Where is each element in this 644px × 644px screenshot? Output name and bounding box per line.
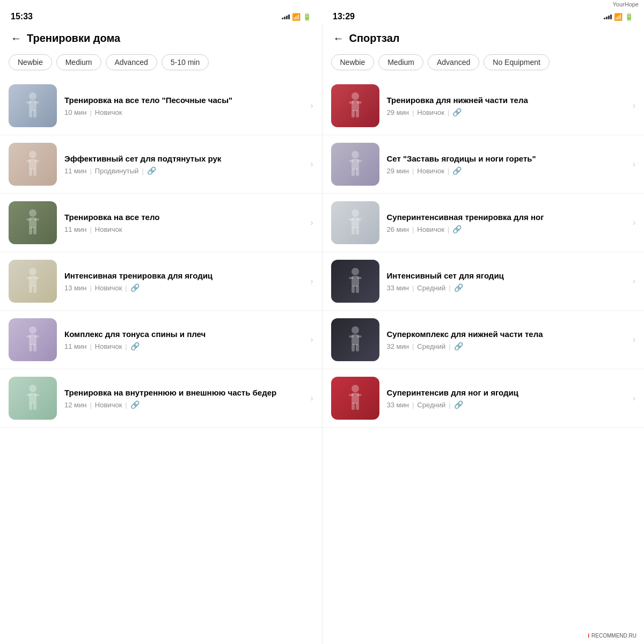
workout-info: Суперинтенсивная тренировка для ног 26 м… bbox=[387, 212, 625, 234]
workout-duration: 29 мин bbox=[387, 167, 409, 175]
chevron-right-icon: › bbox=[310, 276, 313, 286]
right-workout-item-4[interactable]: Интенсивный сет для ягодиц 33 мин | Сред… bbox=[323, 252, 645, 311]
workout-info: Интенсивная тренировка для ягодиц 13 мин… bbox=[64, 270, 303, 292]
workout-meta: 11 мин | Продвинутый | 🔗 bbox=[64, 166, 303, 175]
workout-duration: 13 мин bbox=[64, 284, 86, 292]
left-filter-medium[interactable]: Medium bbox=[56, 54, 101, 70]
left-status-bar: 15:33 📶 🔋 bbox=[0, 8, 322, 24]
right-wifi-icon: 📶 bbox=[614, 13, 623, 21]
svg-rect-23 bbox=[33, 286, 36, 293]
left-workout-item-2[interactable]: Эффективный сет для подтянутых рук 11 ми… bbox=[0, 135, 322, 194]
svg-rect-44 bbox=[349, 160, 354, 162]
meta-separator: | bbox=[412, 342, 414, 350]
meta-separator: | bbox=[449, 284, 450, 292]
right-workout-item-3[interactable]: Суперинтенсивная тренировка для ног 26 м… bbox=[323, 194, 645, 252]
workout-thumbnail bbox=[9, 84, 57, 127]
chevron-right-icon: › bbox=[633, 393, 635, 403]
workout-meta: 32 мин | Средний | 🔗 bbox=[387, 342, 625, 350]
left-workout-item-1[interactable]: Тренировка на все тело "Песочные часы" 1… bbox=[0, 77, 322, 135]
meta-separator: | bbox=[90, 108, 91, 116]
chevron-right-icon: › bbox=[633, 159, 635, 169]
workout-meta: 13 мин | Новичок | 🔗 bbox=[64, 283, 303, 292]
workout-level: Новичок bbox=[95, 401, 122, 409]
workout-level: Новичок bbox=[417, 108, 444, 116]
svg-point-66 bbox=[352, 385, 359, 392]
svg-rect-16 bbox=[29, 227, 32, 235]
svg-rect-35 bbox=[33, 402, 36, 410]
right-filter-medium[interactable]: Medium bbox=[378, 54, 423, 70]
right-filter-no-equipment[interactable]: No Equipment bbox=[484, 54, 550, 70]
left-workout-item-3[interactable]: Тренировка на все тело 11 мин | Новичок … bbox=[0, 194, 322, 252]
left-workout-item-4[interactable]: Интенсивная тренировка для ягодиц 13 мин… bbox=[0, 252, 322, 311]
svg-rect-38 bbox=[349, 101, 354, 104]
svg-rect-62 bbox=[349, 335, 354, 338]
svg-rect-29 bbox=[33, 344, 36, 352]
workout-duration: 11 мин bbox=[64, 342, 86, 350]
right-status-icons: 📶 🔋 bbox=[604, 13, 633, 21]
workout-level: Средний bbox=[417, 401, 445, 409]
svg-rect-39 bbox=[357, 101, 362, 104]
right-workout-item-5[interactable]: Суперкомплекс для нижней части тела 32 м… bbox=[323, 311, 645, 369]
workout-level: Продвинутый bbox=[95, 167, 139, 175]
svg-rect-69 bbox=[357, 394, 362, 396]
workout-thumbnail bbox=[9, 143, 57, 186]
left-back-button[interactable]: ← bbox=[11, 32, 21, 45]
svg-rect-51 bbox=[357, 218, 362, 221]
workout-thumbnail bbox=[331, 201, 379, 244]
workout-meta: 10 мин | Новичок bbox=[64, 108, 303, 116]
left-filter-5-10[interactable]: 5-10 min bbox=[162, 54, 209, 70]
workout-meta: 29 мин | Новичок | 🔗 bbox=[387, 108, 625, 116]
svg-rect-15 bbox=[34, 218, 39, 221]
left-workout-item-5[interactable]: Комплекс для тонуса спины и плеч 11 мин … bbox=[0, 311, 322, 369]
workout-thumbnail bbox=[9, 201, 57, 244]
workout-info: Тренировка на все тело 11 мин | Новичок bbox=[64, 212, 303, 233]
right-time: 13:29 bbox=[333, 12, 355, 21]
svg-rect-50 bbox=[349, 218, 354, 221]
workout-meta: 33 мин | Средний | 🔗 bbox=[387, 283, 625, 292]
right-filter-newbie[interactable]: Newbie bbox=[331, 54, 375, 70]
right-filter-advanced[interactable]: Advanced bbox=[428, 54, 479, 70]
right-workout-item-1[interactable]: Тренировка для нижней части тела 29 мин … bbox=[323, 77, 645, 135]
left-status-icons: 📶 🔋 bbox=[282, 13, 311, 21]
chevron-right-icon: › bbox=[633, 218, 635, 228]
right-workout-item-6[interactable]: Суперинтенсив для ног и ягодиц 33 мин | … bbox=[323, 369, 645, 428]
workout-info: Тренировка на все тело "Песочные часы" 1… bbox=[64, 95, 303, 116]
right-back-button[interactable]: ← bbox=[333, 32, 344, 45]
svg-rect-71 bbox=[356, 402, 359, 410]
link-icon: 🔗 bbox=[452, 108, 462, 116]
svg-rect-47 bbox=[356, 169, 359, 176]
left-filter-newbie[interactable]: Newbie bbox=[9, 54, 52, 70]
meta-separator: | bbox=[90, 225, 91, 233]
workout-duration: 32 мин bbox=[387, 342, 409, 350]
right-workout-item-2[interactable]: Сет "Заставь ягодицы и ноги гореть" 29 м… bbox=[323, 135, 645, 194]
workout-duration: 11 мин bbox=[64, 167, 86, 175]
left-filter-advanced[interactable]: Advanced bbox=[106, 54, 157, 70]
link-icon: 🔗 bbox=[454, 342, 463, 350]
svg-point-42 bbox=[352, 151, 359, 158]
workout-title: Интенсивный сет для ягодиц bbox=[387, 270, 625, 281]
svg-rect-27 bbox=[34, 335, 39, 338]
workout-level: Новичок bbox=[95, 342, 122, 350]
workout-level: Новичок bbox=[417, 167, 444, 175]
main-content: ← Тренировки дома Newbie Medium Advanced… bbox=[0, 24, 644, 644]
right-panel-title: Спортзал bbox=[349, 32, 400, 45]
meta-separator: | bbox=[412, 108, 414, 116]
workout-thumbnail bbox=[9, 377, 57, 420]
link-icon: 🔗 bbox=[130, 283, 140, 292]
left-workout-item-6[interactable]: Тренировка на внутреннюю и внешнюю часть… bbox=[0, 369, 322, 428]
workout-duration: 33 мин bbox=[387, 401, 409, 409]
svg-point-48 bbox=[352, 209, 359, 217]
workout-thumbnail bbox=[331, 143, 379, 186]
left-battery-icon: 🔋 bbox=[303, 13, 311, 21]
meta-separator: | bbox=[448, 167, 449, 175]
svg-rect-20 bbox=[26, 277, 31, 279]
svg-rect-70 bbox=[352, 402, 355, 410]
svg-rect-63 bbox=[357, 335, 362, 338]
workout-info: Тренировка на внутреннюю и внешнюю часть… bbox=[64, 387, 303, 409]
svg-point-36 bbox=[352, 92, 359, 100]
workout-meta: 12 мин | Новичок | 🔗 bbox=[64, 400, 303, 409]
svg-point-60 bbox=[352, 326, 359, 334]
workout-info: Эффективный сет для подтянутых рук 11 ми… bbox=[64, 153, 303, 175]
chevron-right-icon: › bbox=[310, 101, 313, 111]
chevron-right-icon: › bbox=[633, 101, 635, 111]
